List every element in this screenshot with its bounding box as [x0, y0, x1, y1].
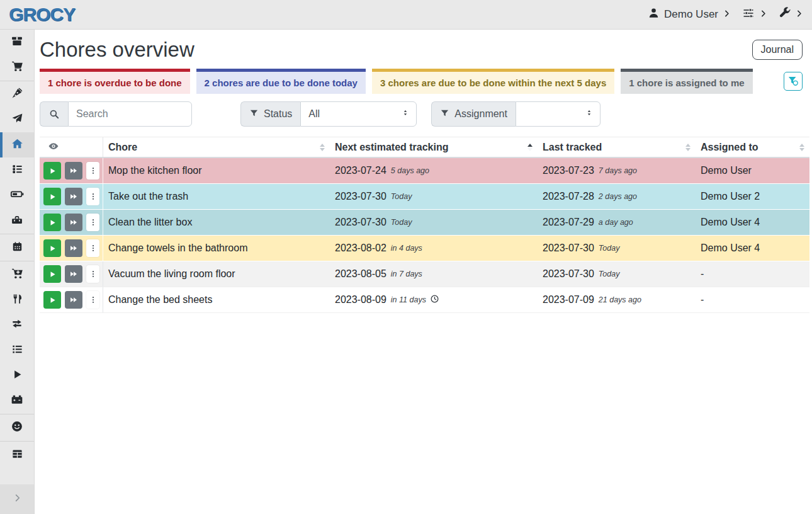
sidebar-item-userentities[interactable] — [0, 415, 34, 440]
cart-plus-icon — [11, 267, 24, 283]
skip-execution-button[interactable] — [65, 162, 82, 180]
sidebar-item-stock-overview[interactable] — [0, 30, 34, 55]
sidebar — [0, 30, 35, 514]
sort-icon — [685, 144, 691, 151]
last-tracked-relative: 2 days ago — [599, 192, 637, 201]
row-menu-button[interactable] — [86, 291, 99, 309]
status-select[interactable]: All — [300, 101, 417, 127]
track-execution-button[interactable] — [43, 265, 61, 283]
admin-menu[interactable] — [779, 7, 803, 22]
sidebar-item-chores-overview[interactable] — [0, 132, 34, 157]
chore-name: Take out the trash — [103, 184, 330, 209]
sort-icon — [320, 144, 325, 151]
skip-execution-button[interactable] — [65, 265, 82, 283]
assignment-select[interactable] — [516, 101, 601, 127]
row-menu-button[interactable] — [86, 162, 99, 180]
paper-plane-icon — [11, 112, 23, 127]
column-visibility-toggle[interactable] — [40, 137, 103, 157]
next-tracking-relative: 5 days ago — [391, 166, 429, 175]
column-header-next-tracking[interactable]: Next estimated tracking — [330, 137, 538, 157]
sort-icon — [527, 144, 533, 151]
sidebar-item-equipment[interactable] — [0, 208, 34, 233]
filter-icon — [249, 108, 259, 120]
clear-filters-button[interactable] — [784, 72, 803, 91]
chore-name: Vacuum the living room floor — [103, 261, 330, 287]
sidebar-item-chore-tracking[interactable] — [0, 363, 34, 388]
chevron-right-icon — [795, 8, 803, 21]
assigned-to: Demo User 2 — [696, 184, 809, 209]
journal-button[interactable]: Journal — [752, 40, 803, 60]
last-tracked-relative: Today — [599, 270, 620, 278]
skip-execution-button[interactable] — [65, 291, 82, 309]
row-menu-button[interactable] — [86, 188, 99, 205]
banner-due-soon[interactable]: 3 chores are due to be done within the n… — [372, 69, 614, 94]
sidebar-item-tasks[interactable] — [0, 157, 34, 183]
table-row: Vacuum the living room floor 2023-08-05i… — [40, 261, 809, 287]
skip-execution-button[interactable] — [65, 188, 82, 205]
select-caret-icon — [401, 108, 410, 120]
row-menu-button[interactable] — [86, 214, 99, 231]
banner-assigned-to-me[interactable]: 1 chore is assigned to me — [621, 69, 752, 94]
last-tracked-date: 2023-07-23 — [543, 165, 594, 176]
track-execution-button[interactable] — [43, 291, 61, 309]
wrench-icon — [779, 7, 791, 22]
sidebar-item-battery-tracking[interactable] — [0, 388, 34, 413]
banner-overdue[interactable]: 1 chore is overdue to be done — [40, 69, 190, 94]
row-menu-button[interactable] — [86, 265, 99, 283]
table-row: Change towels in the bathroom 2023-08-02… — [40, 236, 809, 261]
next-tracking-relative: Today — [391, 192, 412, 201]
clock-icon — [430, 294, 439, 306]
next-tracking-date: 2023-07-30 — [335, 191, 386, 202]
sidebar-item-recipes[interactable] — [0, 82, 34, 107]
sidebar-item-batteries-overview[interactable] — [0, 183, 34, 208]
search-input[interactable] — [68, 101, 192, 127]
sidebar-item-calendar[interactable] — [0, 235, 34, 260]
settings-menu[interactable] — [742, 7, 767, 23]
column-header-last-tracked[interactable]: Last tracked — [538, 137, 696, 157]
track-execution-button[interactable] — [43, 188, 61, 205]
sidebar-item-master-data[interactable] — [0, 442, 34, 467]
sidebar-item-shopping-list[interactable] — [0, 55, 34, 80]
skip-execution-button[interactable] — [65, 214, 82, 231]
column-header-assigned-to[interactable]: Assigned to — [696, 137, 809, 157]
main-content: Chores overview Journal 1 chore is overd… — [35, 0, 812, 313]
sidebar-divider — [0, 81, 34, 81]
user-icon — [648, 7, 660, 22]
chores-table: Chore Next estimated tracking Last track… — [40, 137, 809, 313]
track-execution-button[interactable] — [43, 162, 61, 180]
sliders-icon — [742, 7, 755, 23]
table-row: Take out the trash 2023-07-30Today 2023-… — [40, 184, 809, 210]
sidebar-item-purchase[interactable] — [0, 262, 34, 287]
utensils-icon — [11, 293, 23, 307]
battery-icon — [10, 187, 24, 203]
sidebar-item-transfer[interactable] — [0, 312, 34, 338]
last-tracked-date: 2023-07-28 — [543, 191, 594, 202]
filter-icon — [440, 108, 449, 120]
assigned-to: - — [696, 287, 809, 312]
page-title: Chores overview — [40, 36, 195, 64]
sidebar-item-inventory[interactable] — [0, 338, 34, 363]
transfer-icon — [11, 317, 23, 333]
play-icon — [11, 368, 23, 383]
skip-execution-button[interactable] — [65, 239, 82, 257]
last-tracked-date: 2023-07-09 — [543, 294, 594, 306]
status-filter-group: Status All — [240, 101, 417, 127]
user-menu[interactable]: Demo User — [648, 7, 731, 22]
next-tracking-date: 2023-08-02 — [335, 243, 386, 254]
next-tracking-relative: Today — [391, 218, 412, 227]
row-menu-button[interactable] — [86, 239, 99, 257]
assigned-to: Demo User — [696, 158, 809, 183]
chore-name: Change the bed sheets — [103, 287, 330, 312]
sidebar-collapse-toggle[interactable] — [0, 484, 34, 514]
eye-icon — [48, 140, 59, 154]
chevron-right-icon — [13, 493, 22, 505]
table-row: Mop the kitchen floor 2023-07-245 days a… — [40, 158, 809, 184]
track-execution-button[interactable] — [43, 214, 61, 231]
track-execution-button[interactable] — [43, 239, 61, 257]
banner-due-today[interactable]: 2 chores are due to be done today — [196, 69, 366, 94]
sort-icon — [799, 144, 804, 151]
sidebar-item-meal-plan[interactable] — [0, 107, 34, 132]
app-logo[interactable]: GROCY — [9, 4, 75, 25]
sidebar-item-consume[interactable] — [0, 287, 34, 312]
column-header-chore[interactable]: Chore — [103, 137, 330, 157]
